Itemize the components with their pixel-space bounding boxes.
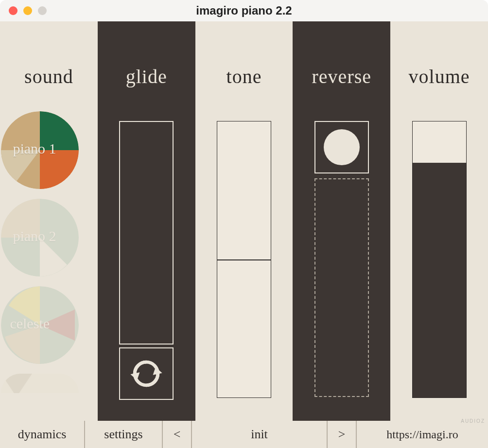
sound-item-label: piano 1: [13, 140, 56, 157]
sound-label: sound: [24, 65, 73, 88]
sound-item-more[interactable]: [1, 374, 79, 393]
window-title: imagiro piano 2.2: [0, 4, 488, 17]
volume-label: volume: [409, 65, 470, 88]
volume-column: volume: [390, 21, 488, 421]
tone-slider[interactable]: [217, 121, 271, 398]
tone-label: tone: [227, 65, 262, 88]
glide-cycle-button[interactable]: [119, 347, 174, 400]
settings-button[interactable]: settings: [85, 421, 163, 448]
zoom-window-button[interactable]: [38, 6, 47, 15]
sound-list: piano 1 piano 2: [0, 111, 98, 393]
glide-column: glide: [98, 21, 195, 421]
watermark: AUDIOZ: [461, 418, 485, 424]
website-link[interactable]: https://imagi.ro: [357, 421, 488, 448]
sound-item-label: celeste: [10, 315, 50, 332]
preset-name[interactable]: init: [192, 421, 328, 448]
sound-column: sound piano 1: [0, 21, 98, 421]
reverse-label: reverse: [312, 65, 371, 88]
glide-label: glide: [126, 65, 167, 88]
sound-item-piano-2[interactable]: piano 2: [1, 199, 79, 276]
reverse-column: reverse: [293, 21, 390, 421]
sound-item-piano-1[interactable]: piano 1: [1, 111, 79, 189]
tone-column: tone: [195, 21, 293, 421]
tone-slider-handle: [217, 259, 271, 260]
close-window-button[interactable]: [9, 6, 17, 15]
preset-next-button[interactable]: >: [328, 421, 357, 448]
sound-item-label: piano 2: [13, 228, 56, 244]
reverse-toggle-button[interactable]: [314, 121, 369, 173]
plugin-body: sound piano 1: [0, 21, 488, 448]
circle-icon: [324, 129, 360, 165]
preset-prev-button[interactable]: <: [163, 421, 192, 448]
sound-item-celeste[interactable]: celeste: [1, 286, 79, 364]
dynamics-button[interactable]: dynamics: [0, 421, 85, 448]
bottom-bar: dynamics settings < init > https://imagi…: [0, 421, 488, 448]
cycle-icon: [130, 357, 163, 390]
reverse-slider[interactable]: [314, 178, 369, 397]
minimize-window-button[interactable]: [23, 6, 32, 15]
glide-slider[interactable]: [119, 121, 174, 345]
window-titlebar: imagiro piano 2.2: [0, 0, 488, 21]
volume-slider-fill: [413, 163, 466, 397]
volume-slider[interactable]: [412, 121, 467, 398]
